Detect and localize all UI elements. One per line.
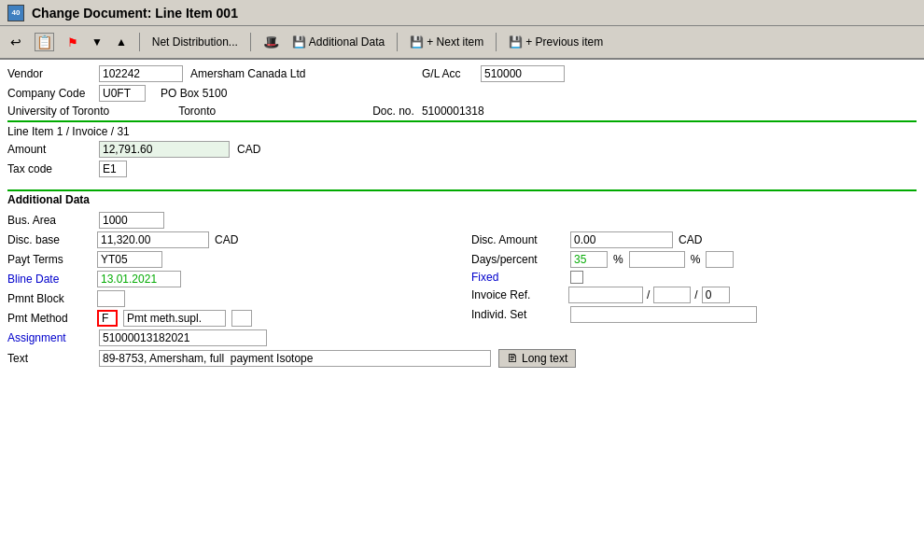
pmnt-block-input[interactable] <box>97 290 125 307</box>
arrow-down-icon: ▼ <box>91 35 103 49</box>
arrow-up-icon: ▲ <box>116 35 127 49</box>
individ-set-input[interactable] <box>570 306 757 323</box>
arrow-up-button[interactable]: ▲ <box>111 33 132 51</box>
invoice-ref-label: Invoice Ref. <box>471 288 565 301</box>
disc-base-currency: CAD <box>215 233 243 246</box>
tax-code-input[interactable] <box>99 161 127 177</box>
main-content: Vendor Amersham Canada Ltd G/L Acc Compa… <box>0 60 924 560</box>
hat-icon-button[interactable]: 🎩 <box>259 32 284 52</box>
additional-data-button[interactable]: 💾 Additional Data <box>287 33 389 51</box>
arrow-down-button[interactable]: ▼ <box>87 33 107 51</box>
separator-4 <box>496 33 497 51</box>
pmnt-block-label: Pmnt Block <box>7 292 91 305</box>
individ-set-label: Individ. Set <box>471 308 565 321</box>
previous-item-label: + Previous item <box>525 35 603 49</box>
line-item-info: Line Item 1 / Invoice / 31 <box>7 125 130 138</box>
pmt-method-extra-input[interactable] <box>231 310 252 327</box>
percent-input[interactable] <box>629 251 685 268</box>
bline-date-label[interactable]: Bline Date <box>7 273 91 286</box>
next-item-button[interactable]: 💾 + Next item <box>405 33 488 51</box>
pct-symbol-2: % <box>691 253 701 266</box>
line-item-divider <box>7 120 917 122</box>
vendor-input[interactable] <box>99 65 183 82</box>
copy-button[interactable]: 📋 <box>30 30 59 54</box>
gl-acc-label: G/L Acc <box>422 67 473 80</box>
disc-amount-currency: CAD <box>679 233 707 246</box>
amount-input[interactable] <box>99 141 230 158</box>
prev-item-icon: 💾 <box>509 35 523 49</box>
gl-acc-input[interactable] <box>481 65 565 82</box>
company-code-label: Company Code <box>7 87 91 100</box>
doc-no-label: Doc. no. <box>372 105 414 118</box>
payt-terms-input[interactable] <box>97 251 162 268</box>
title-bar: 40 Change Document: Line Item 001 <box>0 0 924 26</box>
text-label: Text <box>7 352 91 365</box>
additional-data-header: Additional Data <box>7 189 917 208</box>
app-icon: 40 <box>7 5 24 21</box>
pmt-method-label: Pmt Method <box>7 312 91 325</box>
percent-extra-input[interactable] <box>706 251 734 268</box>
days-input[interactable] <box>570 251 608 268</box>
assignment-label[interactable]: Assignment <box>7 331 91 344</box>
fixed-checkbox[interactable] <box>570 271 583 284</box>
assignment-input[interactable] <box>99 329 267 346</box>
additional-data-label: Additional Data <box>309 35 385 49</box>
pct-symbol-1: % <box>613 253 623 266</box>
bus-area-label: Bus. Area <box>7 214 91 227</box>
flag-red-button[interactable]: ⚑ <box>63 33 83 52</box>
copy-icon: 📋 <box>35 33 54 51</box>
pmt-method-desc-input[interactable] <box>123 310 226 327</box>
hat-icon: 🎩 <box>263 35 279 49</box>
additional-data-icon: 💾 <box>292 35 306 49</box>
net-dist-label: Net Distribution... <box>152 35 238 49</box>
bus-area-input[interactable] <box>99 212 164 229</box>
disc-base-input[interactable] <box>97 231 209 248</box>
invoice-ref-input[interactable] <box>568 287 643 303</box>
bline-date-input[interactable] <box>97 271 181 287</box>
invoice-ref-end-input[interactable] <box>702 287 730 303</box>
fixed-label[interactable]: Fixed <box>471 271 565 284</box>
company-code-input[interactable] <box>99 85 146 102</box>
disc-base-label: Disc. base <box>7 233 91 246</box>
tax-code-label: Tax code <box>7 162 91 175</box>
invoice-ref-mid-input[interactable] <box>653 287 691 303</box>
disc-amount-input[interactable] <box>570 231 673 248</box>
vendor-label: Vendor <box>7 67 91 80</box>
previous-item-button[interactable]: 💾 + Previous item <box>504 33 608 51</box>
next-item-icon: 💾 <box>410 35 424 49</box>
long-text-button[interactable]: 🖹 Long text <box>498 349 576 368</box>
amount-currency: CAD <box>237 143 265 156</box>
separator-3 <box>397 33 398 51</box>
long-text-label: Long text <box>522 352 567 365</box>
po-box: PO Box 5100 <box>161 87 227 100</box>
vendor-name: Amersham Canada Ltd <box>190 67 340 80</box>
university: University of Toronto <box>7 105 109 118</box>
toolbar: ↩ 📋 ⚑ ▼ ▲ Net Distribution... 🎩 💾 Additi… <box>0 26 924 60</box>
days-percent-label: Days/percent <box>471 253 565 266</box>
page-title: Change Document: Line Item 001 <box>32 6 238 21</box>
flag-red-icon: ⚑ <box>67 35 78 49</box>
long-text-icon: 🖹 <box>507 352 518 365</box>
pmt-method-code-input[interactable] <box>97 310 118 327</box>
back-button[interactable]: ↩ <box>6 32 26 52</box>
city: Toronto <box>178 105 290 118</box>
net-distribution-button[interactable]: Net Distribution... <box>147 33 243 51</box>
payt-terms-label: Payt Terms <box>7 253 91 266</box>
amount-label: Amount <box>7 143 91 156</box>
next-item-label: + Next item <box>427 35 483 49</box>
text-input[interactable] <box>99 350 491 367</box>
back-icon: ↩ <box>10 35 21 49</box>
separator-2 <box>250 33 251 51</box>
separator-1 <box>139 33 140 51</box>
disc-amount-label: Disc. Amount <box>471 233 565 246</box>
doc-no-value: 5100001318 <box>422 105 484 118</box>
